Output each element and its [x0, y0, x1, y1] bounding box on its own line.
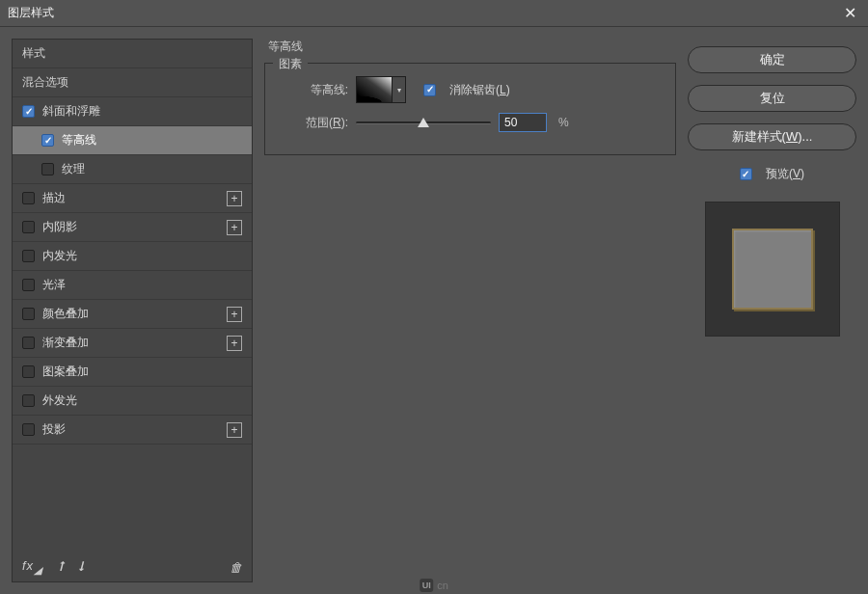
fx-menu-icon[interactable]: fx◢: [22, 558, 42, 577]
add-instance-icon[interactable]: +: [227, 220, 242, 235]
styles-header[interactable]: 样式: [13, 40, 252, 68]
checkbox-icon[interactable]: [22, 105, 35, 118]
sidebar-item-inner-shadow[interactable]: 内阴影 +: [13, 213, 252, 242]
action-column: 确定 复位 新建样式(W)... 预览(V): [688, 39, 856, 582]
new-style-button[interactable]: 新建样式(W)...: [688, 123, 856, 150]
checkbox-icon[interactable]: [41, 163, 54, 176]
sidebar-item-outer-glow[interactable]: 外发光: [13, 387, 252, 416]
ok-button[interactable]: 确定: [688, 46, 856, 73]
range-label: 范围(R):: [294, 115, 348, 131]
styles-sidebar: 样式 混合选项 斜面和浮雕 等高线 纹理: [12, 39, 253, 582]
checkbox-icon[interactable]: [22, 394, 35, 407]
checkbox-icon[interactable]: [41, 134, 54, 147]
move-down-icon[interactable]: 🠗: [75, 560, 87, 574]
add-instance-icon[interactable]: +: [227, 307, 242, 322]
contour-dropdown-icon[interactable]: ▾: [393, 76, 406, 103]
range-row: 范围(R): 50 %: [294, 106, 656, 139]
add-instance-icon[interactable]: +: [227, 336, 242, 351]
slider-thumb-icon[interactable]: [418, 118, 429, 127]
checkbox-icon[interactable]: [22, 221, 35, 233]
sidebar-item-bevel[interactable]: 斜面和浮雕: [13, 97, 252, 126]
watermark-icon: UI: [420, 579, 433, 592]
move-up-icon[interactable]: 🠕: [55, 560, 67, 574]
close-icon[interactable]: ✕: [840, 4, 860, 22]
checkbox-icon: [423, 84, 436, 96]
range-slider[interactable]: [356, 122, 491, 124]
checkbox-icon[interactable]: [22, 365, 35, 378]
checkbox-icon[interactable]: [22, 308, 35, 320]
checkbox-icon[interactable]: [22, 250, 35, 262]
contour-label: 等高线:: [294, 82, 348, 98]
add-instance-icon[interactable]: +: [227, 191, 242, 206]
checkbox-icon[interactable]: [22, 337, 35, 349]
contour-picker[interactable]: [356, 76, 393, 103]
sidebar-item-satin[interactable]: 光泽: [13, 271, 252, 300]
preview-inner: [732, 229, 813, 310]
panel-title: 等高线: [264, 39, 676, 55]
antialias-checkbox[interactable]: 消除锯齿(L): [423, 82, 510, 98]
sidebar-footer: fx◢ 🠕 🠗 🗑: [13, 553, 252, 581]
range-unit: %: [558, 116, 569, 129]
sidebar-item-drop-shadow[interactable]: 投影 +: [13, 416, 252, 445]
title-bar: 图层样式 ✕: [0, 0, 868, 27]
checkbox-icon[interactable]: [22, 192, 35, 204]
sidebar-item-gradient-overlay[interactable]: 渐变叠加 +: [13, 329, 252, 358]
blend-options-header[interactable]: 混合选项: [13, 68, 252, 97]
preview-swatch: [705, 202, 840, 337]
sidebar-item-color-overlay[interactable]: 颜色叠加 +: [13, 300, 252, 329]
checkbox-icon: [740, 168, 752, 180]
trash-icon[interactable]: 🗑: [230, 560, 242, 575]
checkbox-icon[interactable]: [22, 423, 35, 436]
sidebar-item-pattern-overlay[interactable]: 图案叠加: [13, 358, 252, 387]
checkbox-icon[interactable]: [22, 279, 35, 291]
sidebar-item-inner-glow[interactable]: 内发光: [13, 242, 252, 271]
window-title: 图层样式: [8, 5, 54, 21]
reset-button[interactable]: 复位: [688, 85, 856, 112]
sidebar-item-stroke[interactable]: 描边 +: [13, 184, 252, 213]
workarea: 样式 混合选项 斜面和浮雕 等高线 纹理: [0, 27, 868, 594]
range-input[interactable]: 50: [499, 113, 547, 132]
watermark: UI cn: [420, 579, 448, 592]
settings-panel: 等高线 图素 等高线: ▾ 消除锯齿(L) 范围(R):: [264, 39, 676, 582]
add-instance-icon[interactable]: +: [227, 422, 242, 438]
sidebar-item-texture[interactable]: 纹理: [13, 155, 252, 184]
sidebar-item-contour[interactable]: 等高线: [13, 126, 252, 155]
group-title: 图素: [273, 56, 308, 72]
elements-group: 图素 等高线: ▾ 消除锯齿(L) 范围(R):: [264, 63, 676, 155]
contour-row: 等高线: ▾ 消除锯齿(L): [294, 73, 656, 106]
preview-checkbox[interactable]: 预览(V): [688, 166, 856, 182]
